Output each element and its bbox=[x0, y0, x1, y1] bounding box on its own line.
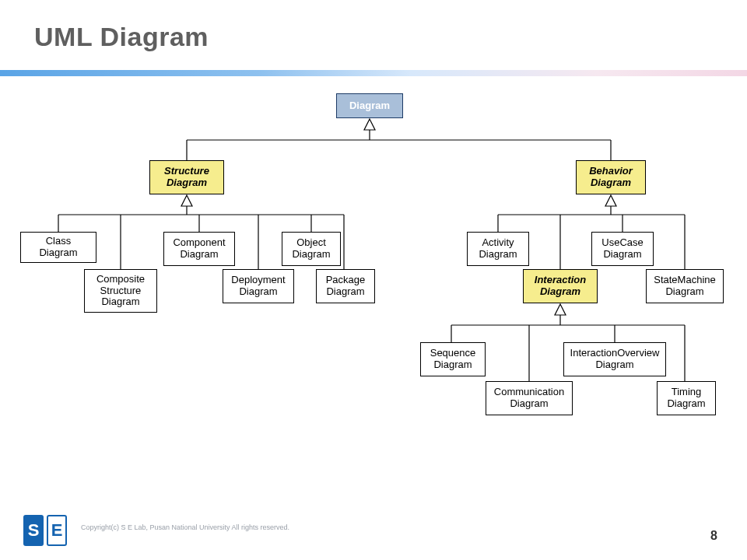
node-interactionoverview-diagram: InteractionOverviewDiagram bbox=[563, 342, 666, 376]
node-diagram-root: Diagram bbox=[336, 93, 403, 118]
node-activity-diagram: ActivityDiagram bbox=[467, 232, 529, 266]
lab-logo: SE bbox=[23, 509, 70, 546]
node-composite-structure-diagram: CompositeStructureDiagram bbox=[84, 269, 157, 313]
footer: SE Copyright(c) S E Lab, Pusan National … bbox=[23, 509, 289, 546]
svg-marker-14 bbox=[605, 195, 616, 206]
page-number: 8 bbox=[710, 529, 717, 543]
node-package-diagram: PackageDiagram bbox=[316, 269, 375, 303]
node-component-diagram: ComponentDiagram bbox=[163, 232, 235, 266]
uml-hierarchy-diagram: Diagram StructureDiagram Class Diagram C… bbox=[0, 76, 747, 488]
node-structure-diagram: StructureDiagram bbox=[149, 160, 224, 194]
svg-marker-5 bbox=[181, 195, 192, 206]
node-usecase-diagram: UseCaseDiagram bbox=[591, 232, 654, 266]
page-title: UML Diagram bbox=[34, 22, 209, 52]
svg-marker-21 bbox=[555, 304, 566, 315]
node-object-diagram: ObjectDiagram bbox=[282, 232, 341, 266]
node-behavior-diagram: BehaviorDiagram bbox=[576, 160, 646, 194]
node-statemachine-diagram: StateMachineDiagram bbox=[646, 269, 724, 303]
copyright-text: Copyright(c) S E Lab, Pusan National Uni… bbox=[81, 523, 289, 531]
node-communication-diagram: CommunicationDiagram bbox=[486, 381, 573, 415]
svg-marker-0 bbox=[364, 119, 375, 130]
divider-rule bbox=[0, 70, 747, 76]
node-timing-diagram: TimingDiagram bbox=[657, 381, 716, 415]
node-interaction-diagram: InteractionDiagram bbox=[523, 269, 598, 303]
node-sequence-diagram: SequenceDiagram bbox=[420, 342, 486, 376]
node-class-diagram: Class Diagram bbox=[20, 232, 96, 263]
node-deployment-diagram: DeploymentDiagram bbox=[223, 269, 294, 303]
